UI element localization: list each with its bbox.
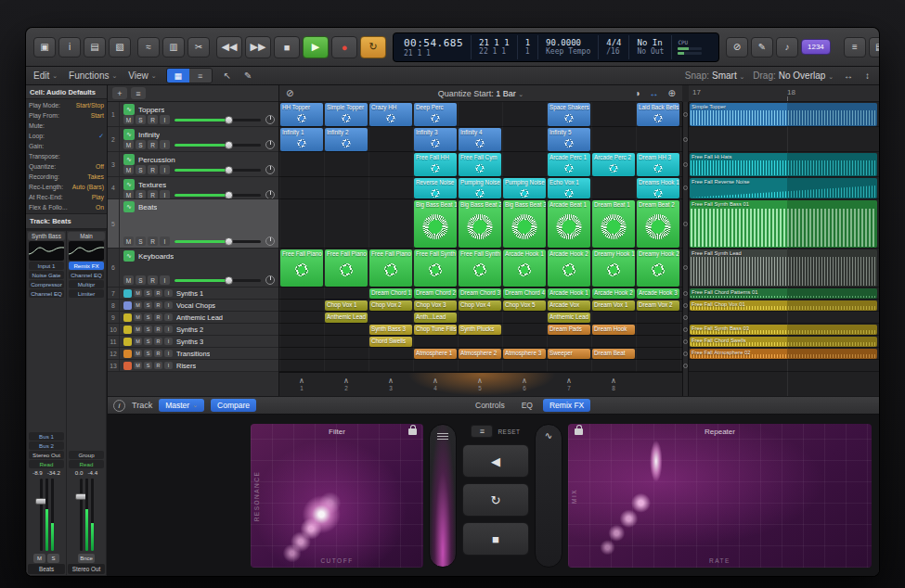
lock-icon[interactable] bbox=[408, 428, 417, 435]
grid-cell-laid-back-bells[interactable]: Laid Back Bells bbox=[637, 103, 679, 126]
add-track-button[interactable]: + bbox=[112, 87, 127, 99]
fx-touch-strip-right[interactable]: ∿ bbox=[535, 424, 562, 568]
eq-display[interactable] bbox=[29, 241, 64, 261]
scene-trigger-3[interactable]: ∧3 bbox=[368, 373, 413, 396]
track-r-button[interactable]: R bbox=[154, 338, 162, 345]
tracks-view-button[interactable]: ≡ bbox=[189, 69, 212, 83]
track-m-button[interactable]: M bbox=[134, 313, 142, 321]
zoom-vertical-icon[interactable]: ↕ bbox=[863, 70, 872, 81]
lcd-field[interactable]: 4/4/16 bbox=[599, 35, 629, 59]
grid-cell-free-fall-piano[interactable]: Free Fall Piano bbox=[280, 249, 323, 287]
grid-cell-atmosphere-3[interactable]: Atmosphere 3 bbox=[503, 349, 546, 359]
track-s-button[interactable]: S bbox=[136, 140, 146, 149]
grid-cell-atmosphere-2[interactable]: Atmosphere 2 bbox=[459, 349, 501, 359]
track-i-button[interactable]: I bbox=[164, 301, 173, 309]
region-free-fall-synth-bass-01[interactable]: Free Fall Synth Bass 01 bbox=[690, 200, 877, 248]
input-slot[interactable]: Input 1 bbox=[29, 262, 64, 270]
track-s-button[interactable]: S bbox=[144, 313, 152, 321]
reverse-button[interactable]: ◀ bbox=[462, 444, 529, 478]
track-s-button[interactable]: S bbox=[144, 289, 152, 297]
grid-cell-chop-vox-4[interactable]: Chop Vox 4 bbox=[459, 300, 501, 311]
info-icon[interactable]: i bbox=[113, 400, 125, 412]
scene-trigger-2[interactable]: ∧2 bbox=[324, 373, 368, 396]
grid-cell-big-bass-beat-2[interactable]: Big Bass Beat 2 bbox=[459, 200, 501, 248]
grid-cell-dream-pads[interactable]: Dream Pads bbox=[548, 325, 590, 335]
track-r-button[interactable]: R bbox=[148, 190, 158, 198]
volume-slider[interactable] bbox=[175, 119, 261, 121]
track-r-button[interactable]: R bbox=[148, 236, 158, 246]
metronome-icon[interactable]: ♪ bbox=[776, 37, 798, 58]
compare-button[interactable]: Compare bbox=[211, 399, 256, 412]
track-r-button[interactable]: R bbox=[148, 275, 158, 285]
grid-arrange-toggle[interactable] bbox=[683, 185, 688, 190]
lcd-field[interactable]: 00:54.68521 1 1 bbox=[396, 35, 472, 59]
volume-knob[interactable] bbox=[225, 141, 233, 149]
track-m-button[interactable]: M bbox=[134, 338, 142, 345]
grid-cell-infinity-3[interactable]: Infinity 3 bbox=[414, 128, 457, 151]
track-s-button[interactable]: S bbox=[144, 338, 152, 345]
inspector-icon[interactable]: i bbox=[58, 37, 81, 58]
zoom-horizontal-icon[interactable]: ↔ bbox=[842, 70, 855, 81]
cycle-button[interactable]: ↻ bbox=[360, 36, 386, 58]
grid-cell-free-fall-hh[interactable]: Free Fall HH bbox=[414, 153, 457, 176]
timeline-ruler[interactable]: 1718 bbox=[689, 85, 879, 102]
tab-remix-fx[interactable]: Remix FX bbox=[543, 399, 590, 412]
output-slot[interactable]: Group bbox=[69, 451, 104, 459]
grid-cell-chord-swells[interactable]: Chord Swells bbox=[369, 337, 412, 347]
track-row-toppers[interactable]: 1∿ToppersMSRI bbox=[108, 102, 278, 127]
grid-cell-crazy-hh[interactable]: Crazy HH bbox=[369, 103, 412, 126]
grid-cell-synth-bass-3[interactable]: Synth Bass 3 bbox=[369, 325, 412, 335]
track-row-anthemic-lead[interactable]: 9MSRIAnthemic Lead bbox=[108, 312, 278, 324]
repeater-xy-pad[interactable]: Repeater MIX RATE bbox=[568, 424, 872, 568]
track-i-button[interactable]: I bbox=[160, 115, 170, 124]
quantize-start-menu[interactable]: Quantize Start: 1 Bar ⌄ bbox=[279, 89, 682, 98]
grid-cell-arcade-hook-1[interactable]: Arcade Hook 1 bbox=[503, 249, 546, 287]
grid-cell-chop-vox-5[interactable]: Chop Vox 5 bbox=[503, 300, 546, 311]
grid-cell-dream-beat[interactable]: Dream Beat bbox=[592, 349, 635, 359]
track-stack-button[interactable]: ≡ bbox=[131, 87, 146, 99]
grid-arrange-toggle[interactable] bbox=[683, 339, 688, 344]
track-row-synths-3[interactable]: 11MSRISynths 3 bbox=[108, 336, 278, 348]
pan-knob[interactable] bbox=[265, 236, 275, 246]
region-free-fall-synth-bass-03[interactable]: Free Fall Synth Bass 03 bbox=[690, 325, 877, 335]
track-m-button[interactable]: M bbox=[134, 350, 142, 357]
track-s-button[interactable]: S bbox=[144, 350, 152, 357]
grid-cell-dream-hh-3[interactable]: Dream HH 3 bbox=[637, 153, 679, 176]
inspector-row-quantize[interactable]: Quantize:Off bbox=[29, 161, 104, 172]
inspector-row-rec-length[interactable]: Rec-Length:Auto (Bars) bbox=[29, 182, 104, 192]
grid-cell-dream-vox-2[interactable]: Dream Vox 2 bbox=[637, 300, 679, 311]
grid-cell-echo-vox-1[interactable]: Echo Vox 1 bbox=[548, 178, 590, 198]
grid-cell-dream-beat-2[interactable]: Dream Beat 2 bbox=[637, 200, 679, 248]
pencil-tool[interactable]: ✎ bbox=[242, 70, 253, 81]
inspector-row-flex-follo[interactable]: Flex & Follo...On bbox=[29, 202, 104, 212]
grid-cell-space-shakers[interactable]: Space Shakers bbox=[548, 103, 590, 126]
volume-slider[interactable] bbox=[175, 169, 261, 172]
lcd-field[interactable]: 11 bbox=[518, 35, 538, 59]
scene-trigger-6[interactable]: ∧6 bbox=[502, 373, 547, 396]
grid-cell-atmosphere-1[interactable]: Atmosphere 1 bbox=[414, 349, 457, 359]
inspector-row-recording[interactable]: Recording:Takes bbox=[29, 172, 104, 182]
grid-cell-arcade-hook-2[interactable]: Arcade Hook 2 bbox=[548, 249, 590, 287]
track-m-button[interactable]: M bbox=[123, 115, 134, 124]
grid-arrange-toggle[interactable] bbox=[683, 291, 688, 296]
track-i-button[interactable]: I bbox=[160, 165, 170, 174]
note-pads-icon[interactable]: ▤ bbox=[869, 37, 879, 58]
track-s-button[interactable]: S bbox=[136, 115, 146, 124]
list-editors-icon[interactable]: ≡ bbox=[844, 37, 866, 58]
insert-slot-compressor[interactable]: Compressor bbox=[29, 280, 64, 288]
track-row-risers[interactable]: 13MSRIRisers bbox=[108, 360, 278, 372]
lcd-field[interactable]: 90.0000Keep Tempo bbox=[538, 35, 599, 59]
volume-slider[interactable] bbox=[175, 279, 261, 282]
track-m-button[interactable]: M bbox=[123, 236, 134, 246]
toolbar-icon[interactable]: ▧ bbox=[109, 37, 131, 58]
library-icon[interactable]: ▣ bbox=[33, 37, 56, 58]
snap-menu[interactable]: Snap:Smart ⌄ bbox=[685, 70, 744, 81]
track-m-button[interactable]: M bbox=[123, 190, 134, 198]
track-row-synths-1[interactable]: 7MSRISynths 1 bbox=[108, 288, 278, 300]
track-r-button[interactable]: R bbox=[148, 140, 158, 149]
mixer-icon[interactable]: ▥ bbox=[162, 37, 185, 58]
scene-trigger-1[interactable]: ∧1 bbox=[279, 373, 324, 396]
pan-knob[interactable] bbox=[265, 165, 275, 174]
region-free-fall-hi-hats[interactable]: Free Fall Hi Hats bbox=[690, 153, 877, 176]
pan-knob[interactable] bbox=[265, 115, 275, 124]
